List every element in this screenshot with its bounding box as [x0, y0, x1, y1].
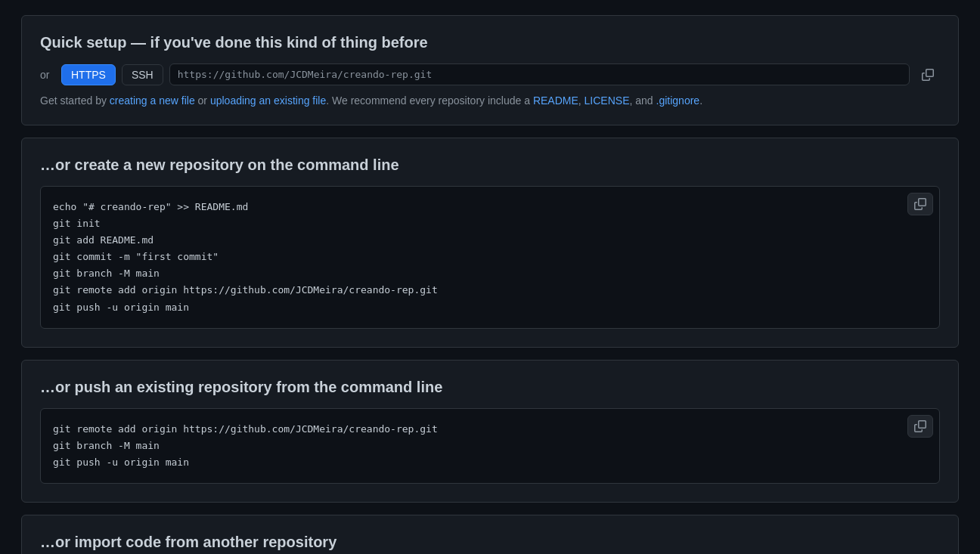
push-line-2: git branch -M main: [53, 438, 927, 454]
push-line-1: git remote add origin https://github.com…: [53, 421, 927, 438]
code-line-1: echo "# creando-rep" >> README.md: [53, 199, 927, 215]
push-existing-title: …or push an existing repository from the…: [40, 379, 940, 396]
creating-new-file-link[interactable]: creating a new file: [110, 94, 195, 107]
import-code-card: …or import code from another repository …: [21, 515, 959, 554]
push-line-3: git push -u origin main: [53, 454, 927, 471]
copy-create-code-button[interactable]: [907, 193, 933, 215]
copy-url-button[interactable]: [916, 66, 940, 84]
code-line-5: git branch -M main: [53, 265, 927, 282]
copy-create-icon: [914, 198, 926, 210]
code-line-6: git remote add origin https://github.com…: [53, 282, 927, 299]
copy-icon: [922, 69, 934, 81]
code-line-2: git init: [53, 215, 927, 232]
quick-setup-card: Quick setup — if you've done this kind o…: [21, 15, 959, 125]
readme-link[interactable]: README: [533, 94, 578, 107]
push-existing-code-block: git remote add origin https://github.com…: [40, 408, 940, 484]
create-repo-code-block: echo "# creando-rep" >> README.md git in…: [40, 186, 940, 329]
or-label: or: [40, 69, 55, 81]
https-button[interactable]: HTTPS: [61, 64, 116, 85]
create-repo-card: …or create a new repository on the comma…: [21, 138, 959, 348]
copy-push-code-button[interactable]: [907, 415, 933, 438]
repo-url-input[interactable]: [178, 69, 901, 80]
code-line-3: git add README.md: [53, 232, 927, 249]
license-link[interactable]: LICENSE: [585, 94, 630, 107]
quick-setup-row: or HTTPS SSH: [40, 63, 940, 85]
copy-push-icon: [914, 420, 926, 432]
get-started-paragraph: Get started by creating a new file or up…: [40, 94, 940, 107]
quick-setup-title: Quick setup — if you've done this kind o…: [40, 34, 940, 51]
gitignore-link[interactable]: .gitignore: [656, 94, 700, 107]
code-line-4: git commit -m "first commit": [53, 249, 927, 265]
url-input-container: [169, 63, 910, 85]
push-existing-card: …or push an existing repository from the…: [21, 360, 959, 503]
uploading-existing-link[interactable]: uploading an existing file: [210, 94, 326, 107]
ssh-button[interactable]: SSH: [122, 64, 163, 85]
code-line-7: git push -u origin main: [53, 299, 927, 316]
import-code-title: …or import code from another repository: [40, 534, 940, 551]
create-repo-title: …or create a new repository on the comma…: [40, 156, 940, 174]
